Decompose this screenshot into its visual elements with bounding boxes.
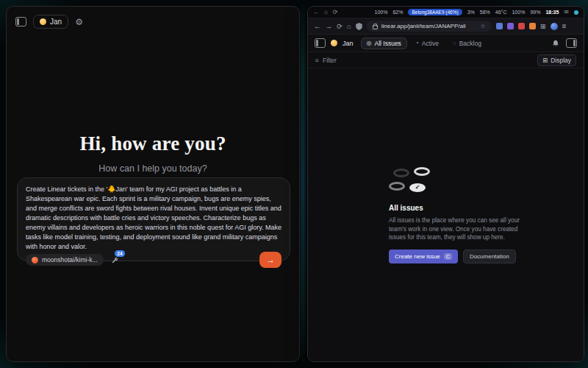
tab-backlog[interactable]: ◌ Backlog [447,38,487,49]
lock-icon [373,25,378,29]
model-provider-icon [32,257,38,263]
shortcut-key-badge: C [444,253,452,261]
mail-tray-icon[interactable]: ✉ [564,10,569,15]
composer: Create Linear tickets in the '🐥Jan' team… [17,177,290,261]
display-icon: ⊞ [542,57,548,64]
create-new-issue-button[interactable]: Create new issue C [389,250,458,263]
url-text: linear.app/janii/team/JANAPP/all [381,23,477,29]
linear-sidebar-toggle-icon[interactable] [315,38,326,48]
nav-forward-icon[interactable]: → [326,23,333,30]
extension-icon-red[interactable] [518,23,525,29]
team-name: Jan [50,18,62,26]
settings-gear-icon[interactable]: ⚙ [75,18,83,26]
jan-welcome: Hi, how are you? How can I help you toda… [7,132,299,174]
empty-description: All issues is the place where you can se… [389,216,520,242]
team-selector[interactable]: 🐥 Jan [33,15,68,29]
composer-toolbar: moonshotai/kimi-k... 24 → [26,252,282,268]
active-icon: ◔ [415,40,419,46]
home-icon[interactable]: ⌂ [324,10,328,15]
display-button[interactable]: ⊞ Display [537,54,576,66]
linear-filterbar: ≡ Filter ⊞ Display [308,52,584,68]
browser-toolbar: ← → ⟳ ⌂ linear.app/janii/team/JANAPP/all… [308,18,584,35]
tab-all-issues-label: All Issues [375,40,401,47]
prompt-input[interactable]: Create Linear tickets in the '🐥Jan' team… [26,185,282,252]
linear-content: ✓ All issues All issues is the place whe… [308,68,584,362]
notifications-bell-icon[interactable] [552,40,559,47]
jan-app-window: 🐥 Jan ⚙ Hi, how are you? How can I help … [6,6,300,362]
linear-duck-emoji-icon: 🐥 [331,40,337,46]
nav-refresh-icon[interactable]: ⟳ [337,23,343,30]
metric-status-2: 58% [480,10,490,15]
clock: 18:35 [545,10,559,15]
refresh-icon[interactable]: ⟳ [333,10,338,15]
wrench-icon [111,256,119,264]
greeting-title: Hi, how are you? [7,132,299,155]
nav-home-icon[interactable]: ⌂ [347,23,351,30]
documentation-button[interactable]: Documentation [463,250,516,263]
extension-icon-orange[interactable] [529,23,536,29]
jan-header: 🐥 Jan ⚙ [7,7,299,37]
extensions-puzzle-icon[interactable]: ⊞ [540,23,546,30]
model-selector[interactable]: moonshotai/kimi-k... [26,254,104,266]
nav-back-icon[interactable]: ← [314,23,321,30]
model-name: moonshotai/kimi-k... [42,256,98,263]
ring-icon [414,167,430,176]
duck-emoji-icon: 🐥 [40,18,46,25]
shield-icon[interactable] [356,23,362,30]
filter-label[interactable]: Filter [323,57,337,64]
metric-status-3: 100% [512,10,525,15]
filter-icon: ≡ [315,57,319,64]
empty-actions: Create new issue C Documentation [389,250,520,263]
check-icon: ✓ [415,185,420,191]
desktop-glow [301,0,305,368]
wifi-network-badge: Belong38AAE9 (46%) [408,9,462,15]
address-bar[interactable]: linear.app/janii/team/JANAPP/all ☆ [367,21,492,32]
temperature-status: 46°C [495,10,507,15]
metric-status-4: 99% [530,10,540,15]
backlog-icon: ◌ [453,40,456,46]
extension-icon-blue[interactable] [496,23,503,29]
status-bar: ← ⌂ ⟳ 100% 62% Belong38AAE9 (46%) 3% 58%… [308,7,584,18]
ring-icon [393,169,409,177]
display-label: Display [551,57,571,64]
bookmark-star-icon[interactable]: ☆ [481,23,486,29]
tools-button[interactable]: 24 [111,256,119,264]
linear-topbar-right [552,38,577,48]
linear-view-tabs: ◎ All Issues ◔ Active ◌ Backlog [361,38,487,49]
tab-backlog-label: Backlog [459,40,481,47]
all-issues-icon: ◎ [367,40,372,46]
back-icon[interactable]: ← [313,10,319,15]
tab-active-label: Active [422,40,439,47]
send-arrow-icon: → [266,255,275,264]
browser-window: ← ⌂ ⟳ 100% 62% Belong38AAE9 (46%) 3% 58%… [307,6,584,362]
profile-avatar[interactable] [551,23,558,30]
issues-illustration: ✓ [389,169,436,195]
extension-icon-purple[interactable] [507,23,514,29]
check-ring-icon: ✓ [409,183,426,192]
tab-all-issues[interactable]: ◎ All Issues [361,38,407,49]
charge-status: 62% [392,10,403,15]
metric-status-1: 3% [467,10,475,15]
empty-state: ✓ All issues All issues is the place whe… [389,169,520,263]
browser-menu-icon[interactable]: ≡ [562,22,567,30]
sidebar-toggle-icon[interactable] [15,17,26,26]
linear-topbar: 🐥 Jan ◎ All Issues ◔ Active ◌ Backlog [308,35,584,52]
create-new-issue-label: Create new issue [395,253,440,260]
greeting-subtitle: How can I help you today? [7,163,299,174]
right-panel-toggle-icon[interactable] [566,38,577,48]
linear-team-name: Jan [343,40,354,47]
ring-icon [389,182,405,191]
empty-title: All issues [389,204,520,212]
tab-active[interactable]: ◔ Active [409,38,445,49]
tray-indicator-icon[interactable] [574,10,578,15]
send-button[interactable]: → [259,252,282,268]
battery-status: 100% [375,10,388,15]
tools-count-badge: 24 [115,250,124,257]
system-tray: 100% 62% Belong38AAE9 (46%) 3% 58% 46°C … [375,9,578,15]
